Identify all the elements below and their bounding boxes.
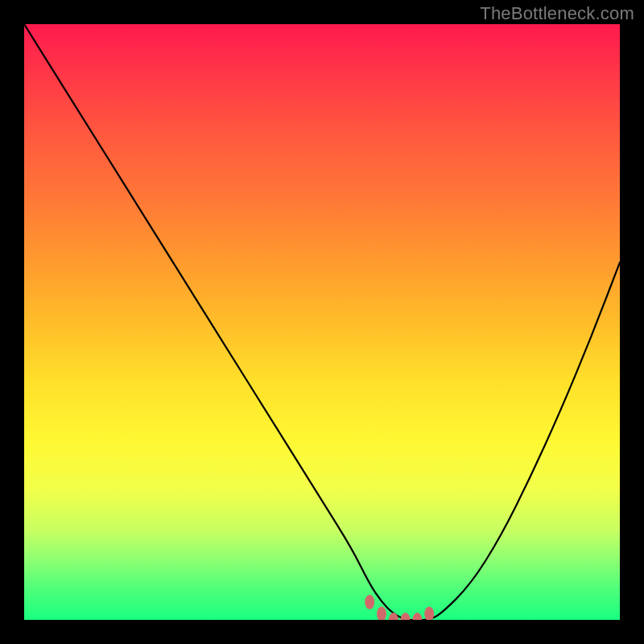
- curve-svg: [24, 24, 620, 620]
- marker-dot: [412, 613, 422, 620]
- plot-area: [24, 24, 620, 620]
- marker-dot: [365, 595, 374, 609]
- marker-dot: [389, 613, 398, 620]
- marker-dot: [401, 613, 411, 620]
- marker-dot: [377, 607, 386, 620]
- marker-dot: [424, 607, 434, 620]
- watermark-text: TheBottleneck.com: [480, 3, 634, 24]
- bottleneck-curve: [24, 24, 620, 620]
- chart-container: TheBottleneck.com: [0, 0, 644, 644]
